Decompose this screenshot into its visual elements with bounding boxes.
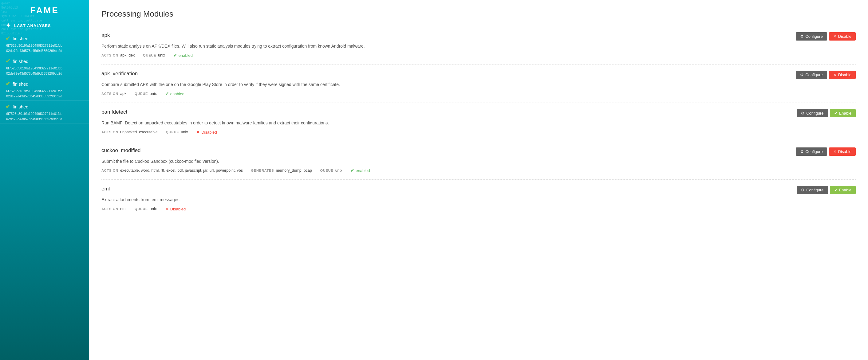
status-text: finished bbox=[12, 81, 29, 87]
enable-button[interactable]: ✔ Enable bbox=[830, 109, 856, 117]
x-icon: ✕ bbox=[196, 129, 200, 135]
acts-on-value: apk bbox=[120, 92, 126, 96]
module-name: apk_verification bbox=[101, 71, 138, 77]
acts-on-value: apk, dex bbox=[120, 53, 135, 58]
module-name: cuckoo_modified bbox=[101, 148, 141, 154]
status-badge: ✕ Disabled bbox=[196, 129, 217, 135]
module-meta: ACTS ON apk QUEUE unix ✔ enabled bbox=[101, 91, 856, 96]
check-icon: ✔ bbox=[834, 188, 838, 192]
module-description: Compare submitted APK with the one on th… bbox=[101, 81, 856, 88]
list-item[interactable]: ✔ finished 6f7523d3019fa190499f327211e01… bbox=[0, 78, 89, 101]
x-icon: ✕ bbox=[165, 206, 169, 211]
check-icon: ✔ bbox=[165, 91, 169, 96]
analysis-hash: 6f7523d3019fa190499f327211e01fcb 02de72e… bbox=[6, 111, 84, 121]
module-description: Run BAMF_Detect on unpacked executables … bbox=[101, 120, 856, 126]
list-item[interactable]: ✔ finished 6f7523d3019fa190499f327211e01… bbox=[0, 101, 89, 124]
queue-value: unix bbox=[158, 53, 165, 58]
acts-on-label: ACTS ON bbox=[101, 207, 118, 211]
queue-label: QUEUE bbox=[166, 130, 179, 134]
queue-value: unix bbox=[150, 207, 157, 211]
page-title: Processing Modules bbox=[101, 9, 856, 19]
check-icon: ✔ bbox=[5, 103, 10, 110]
configure-button[interactable]: ⚙ Configure bbox=[796, 32, 827, 40]
status-text: finished bbox=[12, 59, 29, 64]
status-badge: ✔ enabled bbox=[350, 168, 370, 173]
enable-button[interactable]: ✔ Enable bbox=[830, 186, 856, 194]
module-actions: ⚙ Configure ✕ Disable bbox=[796, 71, 856, 79]
module-meta: ACTS ON eml QUEUE unix ✕ Disabled bbox=[101, 206, 856, 211]
gear-icon: ⚙ bbox=[801, 188, 805, 192]
generates-label: GENERATES bbox=[251, 169, 274, 172]
module-actions: ⚙ Configure ✔ Enable bbox=[797, 109, 856, 117]
module-actions: ⚙ Configure ✕ Disable bbox=[796, 148, 856, 156]
status-badge: ✕ Disabled bbox=[165, 206, 186, 211]
list-item[interactable]: ✔ finished 6f7523d3019fa190499f327211e01… bbox=[0, 33, 89, 55]
module-actions: ⚙ Configure ✕ Disable bbox=[796, 32, 856, 40]
module-meta: ACTS ON executable, word, html, rtf, exc… bbox=[101, 168, 856, 173]
module-description: Extract attachments from .eml messages. bbox=[101, 197, 856, 203]
sidebar: qword 8el0@0c13= lea sym.func.1000043ff … bbox=[0, 0, 89, 360]
wand-icon: ✦ bbox=[5, 22, 11, 30]
module-actions: ⚙ Configure ✔ Enable bbox=[797, 186, 856, 194]
module-card-apk-verification: apk_verification ⚙ Configure ✕ Disable C… bbox=[101, 65, 856, 103]
configure-button[interactable]: ⚙ Configure bbox=[796, 71, 827, 79]
module-meta: ACTS ON apk, dex QUEUE unix ✔ enabled bbox=[101, 53, 856, 58]
queue-label: QUEUE bbox=[143, 54, 156, 57]
check-icon: ✔ bbox=[350, 168, 354, 173]
queue-value: unix bbox=[335, 168, 342, 173]
status-text: finished bbox=[12, 104, 29, 109]
x-icon: ✕ bbox=[833, 149, 837, 154]
analysis-hash: 6f7523d3019fa190499f327211e01fcb 02de72e… bbox=[6, 66, 84, 76]
last-analyses-header: ✦ LAST ANALYSES bbox=[0, 19, 89, 33]
module-name: apk bbox=[101, 32, 110, 38]
analysis-hash: 6f7523d3019fa190499f327211e01fcb 02de72e… bbox=[6, 43, 84, 53]
gear-icon: ⚙ bbox=[800, 72, 804, 77]
queue-value: unix bbox=[150, 92, 157, 96]
acts-on-label: ACTS ON bbox=[101, 169, 118, 172]
last-analyses-label: LAST ANALYSES bbox=[14, 23, 51, 28]
module-card-cuckoo-modified: cuckoo_modified ⚙ Configure ✕ Disable Su… bbox=[101, 141, 856, 180]
app-logo: FAME bbox=[0, 0, 89, 19]
queue-label: QUEUE bbox=[135, 207, 148, 211]
queue-label: QUEUE bbox=[135, 92, 148, 96]
status-text: finished bbox=[12, 36, 29, 41]
main-content: Processing Modules apk ⚙ Configure ✕ Dis… bbox=[89, 0, 868, 360]
module-description: Submit the file to Cuckoo Sandbox (cucko… bbox=[101, 158, 856, 165]
gear-icon: ⚙ bbox=[800, 149, 804, 154]
queue-label: QUEUE bbox=[320, 169, 334, 172]
configure-button[interactable]: ⚙ Configure bbox=[797, 109, 828, 117]
disable-button[interactable]: ✕ Disable bbox=[829, 71, 856, 79]
gear-icon: ⚙ bbox=[801, 111, 805, 116]
acts-on-value: executable, word, html, rtf, excel, pdf,… bbox=[120, 168, 243, 173]
disable-button[interactable]: ✕ Disable bbox=[829, 148, 856, 156]
module-description: Perform static analysis on APK/DEX files… bbox=[101, 43, 856, 50]
module-card-apk: apk ⚙ Configure ✕ Disable Perform static… bbox=[101, 26, 856, 65]
module-meta: ACTS ON unpacked_executable QUEUE unix ✕… bbox=[101, 129, 856, 135]
x-icon: ✕ bbox=[833, 72, 837, 77]
check-icon: ✔ bbox=[5, 58, 10, 65]
generates-value: memory_dump, pcap bbox=[276, 168, 312, 173]
acts-on-value: unpacked_executable bbox=[120, 130, 158, 134]
queue-value: unix bbox=[181, 130, 188, 134]
list-item[interactable]: ✔ finished 6f7523d3019fa190499f327211e01… bbox=[0, 55, 89, 78]
configure-button[interactable]: ⚙ Configure bbox=[797, 186, 828, 194]
gear-icon: ⚙ bbox=[800, 34, 804, 39]
configure-button[interactable]: ⚙ Configure bbox=[796, 148, 827, 156]
status-badge: ✔ enabled bbox=[165, 91, 184, 96]
disable-button[interactable]: ✕ Disable bbox=[829, 32, 856, 40]
module-name: eml bbox=[101, 186, 110, 192]
status-badge: ✔ enabled bbox=[173, 53, 193, 58]
module-name: bamfdetect bbox=[101, 109, 127, 115]
analysis-hash: 6f7523d3019fa190499f327211e01fcb 02de72e… bbox=[6, 89, 84, 99]
check-icon: ✔ bbox=[5, 35, 10, 42]
acts-on-label: ACTS ON bbox=[101, 92, 118, 96]
x-icon: ✕ bbox=[833, 34, 837, 39]
acts-on-value: eml bbox=[120, 207, 126, 211]
module-card-eml: eml ⚙ Configure ✔ Enable Extract attachm… bbox=[101, 180, 856, 218]
acts-on-label: ACTS ON bbox=[101, 54, 118, 57]
module-card-bamfdetect: bamfdetect ⚙ Configure ✔ Enable Run BAMF… bbox=[101, 103, 856, 141]
check-icon: ✔ bbox=[5, 80, 10, 87]
check-icon: ✔ bbox=[173, 53, 177, 58]
check-icon: ✔ bbox=[834, 111, 838, 116]
acts-on-label: ACTS ON bbox=[101, 130, 118, 134]
